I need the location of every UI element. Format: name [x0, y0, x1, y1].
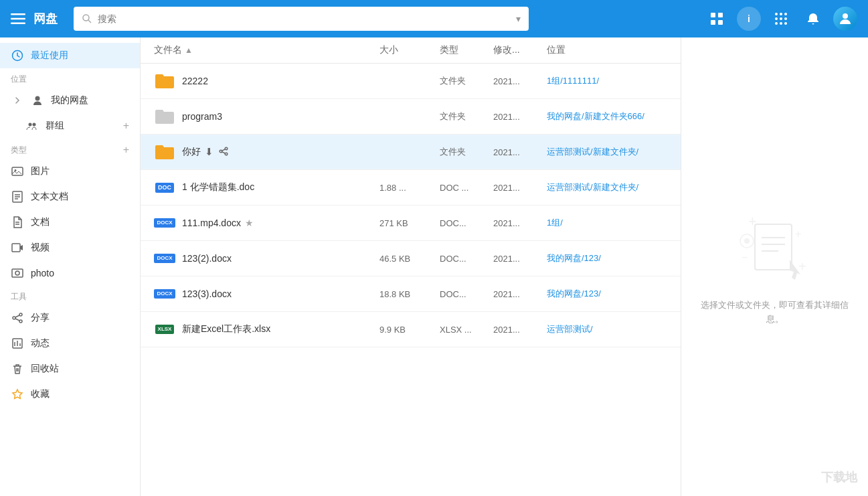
svg-point-15: [775, 22, 778, 25]
file-name-cell: 你好 ⬇: [182, 146, 379, 158]
search-input[interactable]: [98, 13, 511, 24]
svg-point-20: [35, 96, 40, 101]
file-table-header: 文件名 ▲ 大小 类型 修改... 位置: [141, 37, 681, 64]
svg-rect-1: [11, 18, 25, 20]
svg-point-46: [220, 150, 222, 153]
textdoc-icon: [11, 191, 24, 203]
file-size: 18.8 KB: [379, 289, 440, 299]
type-add-icon[interactable]: +: [123, 144, 129, 156]
sidebar-item-activity[interactable]: 动态: [0, 331, 140, 356]
sidebar-item-favorites[interactable]: 收藏: [0, 382, 140, 407]
image-label: 图片: [31, 165, 129, 177]
table-row[interactable]: 22222 文件夹 2021... 1组/1111111/: [141, 64, 681, 99]
file-location[interactable]: 我的网盘/新建文件夹666/: [547, 110, 667, 122]
sort-asc-icon[interactable]: ▲: [185, 46, 193, 55]
table-row[interactable]: DOCX 123(2).docx 46.5 KB DOC... 2021... …: [141, 241, 681, 276]
svg-line-48: [222, 149, 226, 151]
svg-point-36: [19, 320, 22, 323]
file-type: 文件夹: [440, 75, 493, 87]
menu-icon[interactable]: [11, 11, 25, 26]
svg-point-55: [744, 238, 750, 244]
file-area: 文件名 ▲ 大小 类型 修改... 位置 22222 文件夹 2021... 1: [141, 37, 681, 496]
search-dropdown-icon[interactable]: ▾: [516, 13, 521, 24]
file-location[interactable]: 1组/: [547, 217, 667, 229]
table-row[interactable]: DOC 1 化学错题集.doc 1.88 ... DOC ... 2021...…: [141, 170, 681, 205]
svg-line-49: [222, 151, 226, 153]
file-name-cell: 111.mp4.docx ★: [182, 218, 379, 228]
file-name-cell: 新建Excel工作表.xlsx: [182, 323, 379, 335]
group-add-icon[interactable]: +: [123, 120, 129, 132]
table-row[interactable]: DOCX 111.mp4.docx ★ 271 KB DOC... 2021..…: [141, 205, 681, 241]
apps-button[interactable]: [769, 7, 793, 31]
grid-view-button[interactable]: [705, 7, 729, 31]
sidebar-item-image[interactable]: 图片: [0, 159, 140, 184]
file-modified: 2021...: [493, 254, 547, 264]
file-name-cell: program3: [182, 111, 379, 122]
right-panel: + + − + 选择文件或文件夹，即可查看其详细信息。 下载地: [681, 37, 868, 496]
sidebar: 最近使用 位置 我的网盘: [0, 37, 141, 496]
file-list: 22222 文件夹 2021... 1组/1111111/ program3 文…: [141, 64, 681, 496]
file-modified: 2021...: [493, 112, 547, 122]
header-location: 位置: [547, 44, 667, 56]
type-section-label: 类型: [11, 145, 27, 156]
svg-point-35: [13, 317, 15, 319]
empty-hint: + + − + 选择文件或文件夹，即可查看其详细信息。: [681, 208, 868, 327]
svg-line-37: [15, 315, 19, 317]
user-avatar[interactable]: [833, 7, 857, 31]
file-name-cell: 123(2).docx: [182, 253, 379, 264]
search-icon: [82, 13, 92, 24]
folder-yellow-icon: [154, 141, 175, 163]
trash-label: 回收站: [31, 363, 129, 375]
file-name: 123(2).docx: [182, 253, 232, 264]
xlsx-file-icon: XLSX: [154, 319, 175, 340]
sidebar-item-group[interactable]: 群组 +: [0, 113, 140, 139]
file-location[interactable]: 运营部测试/新建文件夹/: [547, 181, 667, 193]
svg-text:+: +: [798, 259, 806, 274]
sidebar-item-share[interactable]: 分享: [0, 305, 140, 331]
table-row[interactable]: program3 文件夹 2021... 我的网盘/新建文件夹666/: [141, 99, 681, 135]
sidebar-item-textdoc[interactable]: 文本文档: [0, 184, 140, 210]
svg-text:−: −: [742, 252, 748, 263]
header-modified: 修改...: [493, 44, 547, 56]
file-name-cell: 22222: [182, 76, 379, 86]
info-icon: i: [748, 13, 750, 24]
table-row[interactable]: XLSX 新建Excel工作表.xlsx 9.9 KB XLSX ... 202…: [141, 312, 681, 347]
star-icon[interactable]: ★: [245, 218, 254, 228]
svg-point-17: [784, 22, 787, 25]
file-location[interactable]: 我的网盘/123/: [547, 288, 667, 300]
svg-line-38: [15, 319, 19, 321]
video-label: 视频: [31, 242, 129, 254]
location-section-label: 位置: [0, 68, 140, 88]
bell-button[interactable]: [801, 7, 825, 31]
sidebar-item-trash[interactable]: 回收站: [0, 356, 140, 382]
activity-icon: [11, 337, 24, 349]
file-location[interactable]: 运营部测试/新建文件夹/: [547, 146, 667, 158]
favorites-icon: [11, 388, 24, 400]
sidebar-item-doc[interactable]: 文档: [0, 210, 140, 235]
sidebar-item-mydisk[interactable]: 我的网盘: [0, 88, 140, 113]
activity-label: 动态: [31, 337, 129, 349]
favorites-label: 收藏: [31, 388, 129, 400]
folder-icon: [154, 70, 175, 92]
tools-section-label: 工具: [0, 286, 140, 305]
file-name: 22222: [182, 76, 208, 86]
file-location[interactable]: 运营部测试/: [547, 323, 667, 335]
share-action-icon[interactable]: [219, 147, 228, 158]
svg-point-33: [15, 271, 19, 275]
table-row[interactable]: DOCX 123(3).docx 18.8 KB DOC... 2021... …: [141, 276, 681, 312]
file-location[interactable]: 1组/1111111/: [547, 75, 667, 87]
svg-rect-31: [12, 244, 20, 252]
file-modified: 2021...: [493, 147, 547, 157]
right-panel-hint: 选择文件或文件夹，即可查看其详细信息。: [681, 299, 868, 327]
file-modified: 2021...: [493, 218, 547, 228]
search-bar[interactable]: ▾: [74, 7, 529, 31]
info-button[interactable]: i: [737, 7, 761, 31]
download-action-icon[interactable]: ⬇: [205, 146, 213, 158]
file-size: 271 KB: [379, 218, 440, 228]
file-location[interactable]: 我的网盘/123/: [547, 252, 667, 264]
sidebar-item-photo[interactable]: photo: [0, 260, 140, 286]
sidebar-item-recent[interactable]: 最近使用: [0, 43, 140, 68]
sidebar-item-video[interactable]: 视频: [0, 235, 140, 260]
doc-icon: [11, 216, 24, 228]
table-row[interactable]: 你好 ⬇: [141, 135, 681, 170]
